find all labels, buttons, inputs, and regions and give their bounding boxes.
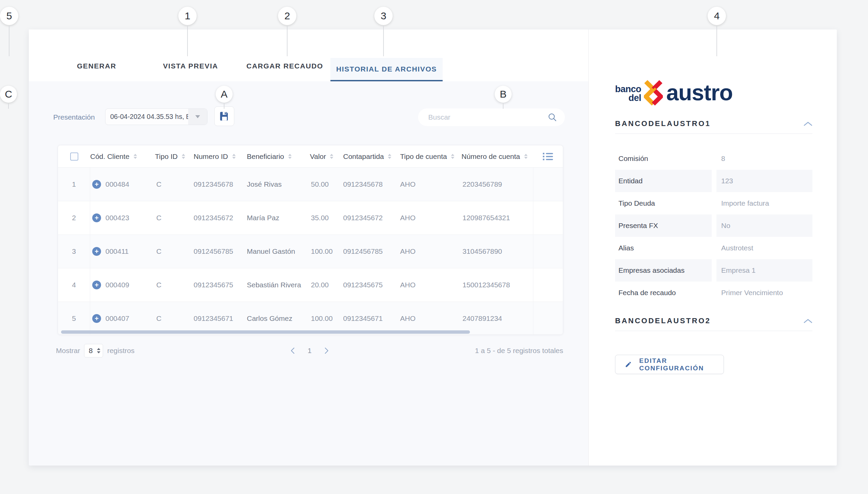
field-value: Austrotest — [717, 237, 812, 259]
tab-bar: GENERAR VISTA PREVIA CARGAR RECAUDO HIST… — [29, 30, 588, 81]
expand-row-plus-icon[interactable]: + — [92, 180, 101, 189]
marker-callout: C — [0, 86, 17, 109]
row-actions-cell — [533, 168, 563, 201]
step-callout-number: 2 — [278, 7, 296, 25]
cell-cod-cliente: 000407 — [106, 315, 129, 323]
expand-row-plus-icon[interactable]: + — [92, 247, 101, 256]
section-bancodelaustro1-header[interactable]: BANCODELAUSTRO1 — [615, 119, 812, 128]
cell-numero-cuenta: 3104567890 — [461, 235, 533, 268]
config-field-row: Alias Austrotest — [615, 237, 812, 259]
sort-icon[interactable] — [288, 154, 292, 159]
chevron-up-icon[interactable] — [804, 121, 812, 126]
row-actions-cell — [533, 201, 563, 234]
marker-callout: B — [495, 86, 512, 109]
sort-icon[interactable] — [182, 154, 185, 159]
callout-line — [717, 26, 717, 56]
sort-icon[interactable] — [232, 154, 236, 159]
field-value: Empresa 1 — [717, 259, 812, 282]
tab[interactable]: VISTA PREVIA — [163, 62, 218, 70]
expand-row-plus-icon[interactable]: + — [92, 213, 101, 222]
cell-valor: 100.00 — [310, 235, 343, 268]
row-number: 2 — [58, 201, 90, 234]
page-size-stepper[interactable]: 8 — [84, 344, 103, 358]
cell-tipo-cuenta: AHO — [400, 201, 461, 234]
records-table: Cód. Cliente Tipo ID Numero ID — [58, 145, 563, 335]
horizontal-scrollbar-thumb[interactable] — [61, 330, 470, 334]
marker-callout-letter: C — [0, 86, 17, 103]
config-field-row: Fecha de recaudo Primer Vencimiento — [615, 282, 812, 304]
sort-icon[interactable] — [451, 154, 454, 159]
cell-contapartida: 0912456785 — [343, 235, 400, 268]
current-page-number[interactable]: 1 — [308, 347, 312, 355]
edit-configuration-label: EDITAR CONFIGURACIÓN — [639, 357, 723, 372]
edit-configuration-button[interactable]: EDITAR CONFIGURACIÓN — [615, 355, 724, 374]
table-row[interactable]: 3 + 000411 C 0912456785 Manuel Gastón 10… — [58, 235, 563, 268]
section-divider — [615, 331, 812, 331]
column-header-label: Beneficiario — [247, 152, 284, 160]
column-header-label: Tipo de cuenta — [400, 152, 447, 160]
search-input[interactable] — [428, 113, 548, 121]
table-header-row: Cód. Cliente Tipo ID Numero ID — [58, 145, 563, 168]
stepper-arrows-icon[interactable] — [97, 348, 103, 354]
left-content: Presentación 06-04-2024 04.35.53 hs, Ban… — [29, 81, 588, 466]
table-row[interactable]: 2 + 000423 C 0912345672 María Paz 35.00 … — [58, 201, 563, 235]
cell-contapartida: 0912345672 — [343, 201, 400, 234]
save-button[interactable] — [214, 107, 234, 126]
column-header-label: Valor — [310, 152, 326, 160]
table-row[interactable]: 1 + 000484 C 0912345678 José Rivas 50.00… — [58, 168, 563, 201]
column-header[interactable]: Contapartida — [343, 145, 400, 167]
table-row[interactable]: 4 + 000409 C 0912345675 Sebastián Rivera… — [58, 268, 563, 302]
chevron-up-icon[interactable] — [804, 319, 812, 323]
sort-icon[interactable] — [388, 154, 391, 159]
tab[interactable]: HISTORIAL DE ARCHIVOS — [331, 58, 443, 81]
column-header-label: Cód. Cliente — [90, 152, 130, 160]
column-header[interactable]: Número de cuenta — [461, 145, 533, 167]
column-header[interactable]: Numero ID — [193, 145, 247, 167]
column-settings-list-icon[interactable] — [542, 152, 553, 161]
previous-page-button[interactable] — [290, 347, 295, 355]
tab[interactable]: GENERAR — [77, 62, 116, 70]
next-page-button[interactable] — [324, 347, 329, 355]
section-title: BANCODELAUSTRO2 — [615, 317, 711, 325]
sort-icon[interactable] — [524, 154, 528, 159]
expand-row-plus-icon[interactable]: + — [92, 281, 101, 289]
cell-numero-cuenta: 2203456789 — [461, 168, 533, 201]
mostrar-label: Mostrar — [56, 347, 80, 355]
cell-contapartida: 0912345675 — [343, 268, 400, 302]
callout-line — [8, 103, 9, 109]
horizontal-scrollbar — [58, 330, 563, 335]
field-label: Comisión — [615, 147, 712, 170]
cell-valor: 20.00 — [310, 268, 343, 302]
presentation-file-select[interactable]: 06-04-2024 04.35.53 hs, Banco — [105, 109, 207, 125]
column-header[interactable]: Valor — [310, 145, 343, 167]
search-icon[interactable] — [548, 113, 557, 122]
sort-icon[interactable] — [330, 154, 333, 159]
search-box[interactable] — [418, 109, 565, 126]
section-title: BANCODELAUSTRO1 — [615, 119, 711, 128]
banco-del-austro-logo: banco del austro — [615, 79, 812, 109]
sort-icon[interactable] — [134, 154, 137, 159]
section-bancodelaustro2-header[interactable]: BANCODELAUSTRO2 — [615, 316, 812, 326]
column-header[interactable]: Cód. Cliente — [90, 145, 155, 167]
select-caret-box[interactable] — [188, 109, 207, 125]
column-header[interactable]: Tipo de cuenta — [400, 145, 461, 167]
callout-line — [383, 26, 384, 56]
field-value: 8 — [717, 147, 812, 170]
column-header-label: Numero ID — [193, 152, 228, 160]
select-all-checkbox[interactable] — [70, 152, 78, 160]
cell-tipo-id: C — [155, 168, 193, 201]
cell-numero-cuenta: 150012345678 — [461, 268, 533, 302]
step-callout-number: 3 — [374, 7, 393, 25]
column-header[interactable]: Tipo ID — [155, 145, 193, 167]
cell-numero-id: 0912456785 — [193, 235, 247, 268]
column-header[interactable]: Beneficiario — [247, 145, 310, 167]
step-callout: 1 — [178, 7, 197, 56]
field-label: Presenta FX — [615, 214, 712, 237]
tab[interactable]: CARGAR RECAUDO — [246, 62, 324, 70]
field-value: 123 — [717, 170, 812, 192]
cell-beneficiario: Manuel Gastón — [247, 235, 310, 268]
chevron-down-icon — [195, 115, 200, 118]
expand-row-plus-icon[interactable]: + — [92, 314, 101, 323]
field-label: Tipo Deuda — [615, 192, 712, 214]
cell-cod-cliente: 000411 — [106, 247, 129, 255]
